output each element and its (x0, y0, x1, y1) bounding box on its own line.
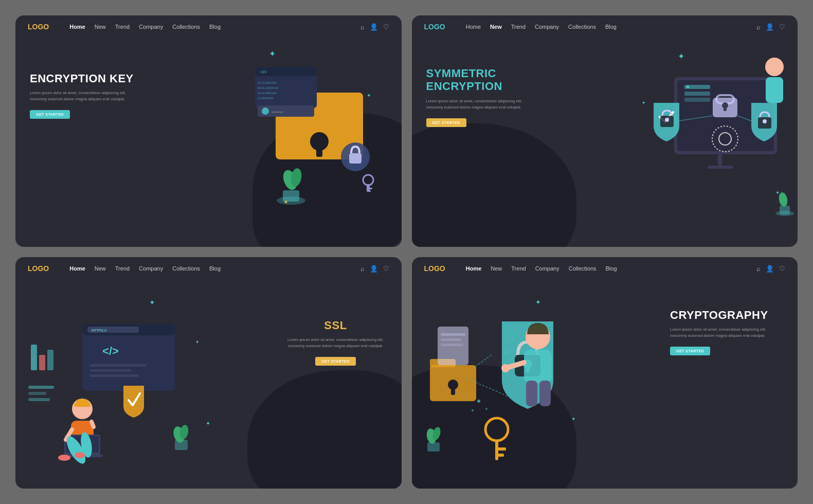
svg-rect-100 (497, 447, 506, 451)
svg-rect-50 (39, 355, 45, 370)
card-symmetric: LOGO Home New Trend Company Collections … (412, 15, 798, 247)
nav-home[interactable]: Home (466, 24, 481, 30)
svg-text:01111000100: 01111000100 (258, 92, 277, 95)
nav-blog[interactable]: Blog (605, 24, 617, 30)
nav-company[interactable]: Company (535, 265, 559, 272)
sparkle-icon: ✦ (269, 49, 276, 59)
get-started-button[interactable]: GET STARTED (426, 118, 466, 127)
svg-rect-5 (349, 153, 362, 164)
user-icon[interactable]: 👤 (370, 23, 378, 31)
svg-rect-96 (526, 381, 537, 406)
svg-rect-26 (718, 154, 722, 167)
nav-company[interactable]: Company (139, 265, 163, 272)
svg-rect-31 (724, 106, 727, 111)
nav-links: Home New Trend Company Collections Blog (466, 24, 746, 30)
svg-text:111000100: 111000100 (258, 97, 274, 100)
svg-rect-61 (90, 369, 131, 372)
nav-collections[interactable]: Collections (568, 24, 596, 30)
svg-point-98 (485, 418, 508, 441)
nav-new[interactable]: New (490, 24, 502, 30)
get-started-button[interactable]: GET STARTED (30, 110, 70, 119)
svg-rect-97 (539, 381, 551, 406)
nav-blog[interactable]: Blog (209, 24, 221, 30)
description: Lorem ipsum dolor sit amet, consectetuer… (284, 337, 387, 349)
svg-point-40 (765, 58, 784, 76)
svg-rect-65 (76, 399, 88, 405)
svg-point-20 (363, 175, 373, 185)
svg-point-95 (501, 364, 510, 372)
nav-new[interactable]: New (95, 24, 106, 30)
nav-blog[interactable]: Blog (209, 265, 221, 272)
svg-rect-47 (780, 206, 790, 214)
logo: LOGO (424, 23, 445, 31)
nav-home[interactable]: Home (466, 265, 482, 272)
svg-text:HTTPS://: HTTPS:// (92, 329, 106, 332)
nav-trend[interactable]: Trend (115, 265, 130, 272)
nav-blog[interactable]: Blog (606, 265, 617, 272)
search-icon[interactable]: ⌕ (360, 265, 365, 273)
get-started-button[interactable]: GET STARTED (670, 347, 710, 355)
sparkle-icon-2: ✦ (775, 190, 780, 195)
svg-point-103 (485, 408, 487, 410)
sparkle-icon-2: ✦ (504, 350, 509, 355)
sparkle-icon-3: ✦ (283, 199, 288, 206)
nav-collections[interactable]: Collections (172, 265, 200, 272)
nav-links: Home New Trend Company Collections Blog (466, 265, 746, 272)
heart-icon[interactable]: ♡ (779, 265, 785, 273)
svg-rect-44 (684, 92, 710, 96)
svg-rect-87 (441, 338, 461, 341)
nav-trend[interactable]: Trend (511, 24, 526, 30)
nav-new[interactable]: New (95, 265, 106, 272)
svg-rect-101 (497, 454, 504, 457)
svg-rect-41 (766, 77, 783, 103)
nav-collections[interactable]: Collections (569, 265, 597, 272)
main-title: ENCRYPTION KEY (30, 72, 143, 85)
search-icon[interactable]: ⌕ (756, 23, 761, 31)
user-icon[interactable]: 👤 (766, 23, 774, 31)
search-icon[interactable]: ⌕ (360, 23, 365, 31)
sparkle-icon: ✦ (535, 298, 541, 306)
nav-trend[interactable]: Trend (115, 24, 130, 30)
svg-rect-43 (686, 86, 689, 88)
svg-rect-82 (451, 388, 455, 395)
nav-new[interactable]: New (491, 265, 502, 272)
svg-rect-88 (441, 344, 463, 346)
logo: LOGO (28, 264, 49, 273)
nav-home[interactable]: Home (69, 265, 85, 272)
svg-line-71 (92, 422, 94, 427)
main-title: CRYPTOGRAPHY (670, 309, 783, 321)
svg-rect-86 (441, 333, 465, 336)
get-started-button[interactable]: GET STARTED (315, 357, 355, 366)
logo: LOGO (28, 23, 49, 31)
user-icon[interactable]: 👤 (370, 265, 378, 273)
svg-rect-49 (31, 345, 37, 370)
heart-icon[interactable]: ♡ (383, 23, 389, 31)
sparkle-icon-2: ✦ (367, 93, 371, 98)
nav-home[interactable]: Home (69, 24, 85, 30)
heart-icon[interactable]: ♡ (779, 23, 785, 31)
description: Lorem ipsum dolor sit amet, consectetuer… (426, 98, 539, 111)
svg-rect-53 (28, 392, 46, 395)
svg-point-33 (763, 119, 767, 123)
card-cryptography: LOGO Home New Trend Company Collections … (412, 257, 798, 489)
sparkle-icon-3: ✦ (571, 416, 575, 422)
sparkle-icon-3: ✦ (206, 420, 210, 427)
search-icon[interactable]: ⌕ (756, 265, 761, 273)
sparkle-icon-2: ✦ (195, 339, 200, 345)
nav-company[interactable]: Company (139, 24, 163, 30)
svg-point-75 (75, 452, 85, 458)
illustration: </> 01111000100 001111000100 01111000100… (245, 41, 394, 211)
description: Lorem ipsum dolor sit amet, consectetuer… (670, 327, 783, 339)
svg-rect-27 (708, 166, 733, 169)
nav-company[interactable]: Company (535, 24, 559, 30)
illustration: HTTPS:// </> (21, 283, 201, 463)
svg-rect-60 (90, 364, 147, 367)
svg-rect-54 (28, 398, 50, 401)
svg-rect-93 (524, 350, 552, 383)
main-title: SYMMETRICENCRYPTION (426, 67, 539, 93)
user-icon[interactable]: 👤 (766, 265, 774, 273)
nav-collections[interactable]: Collections (172, 24, 200, 30)
nav-trend[interactable]: Trend (511, 265, 526, 272)
heart-icon[interactable]: ♡ (383, 265, 389, 273)
nav-links: Home New Trend Company Collections Blog (69, 265, 350, 272)
